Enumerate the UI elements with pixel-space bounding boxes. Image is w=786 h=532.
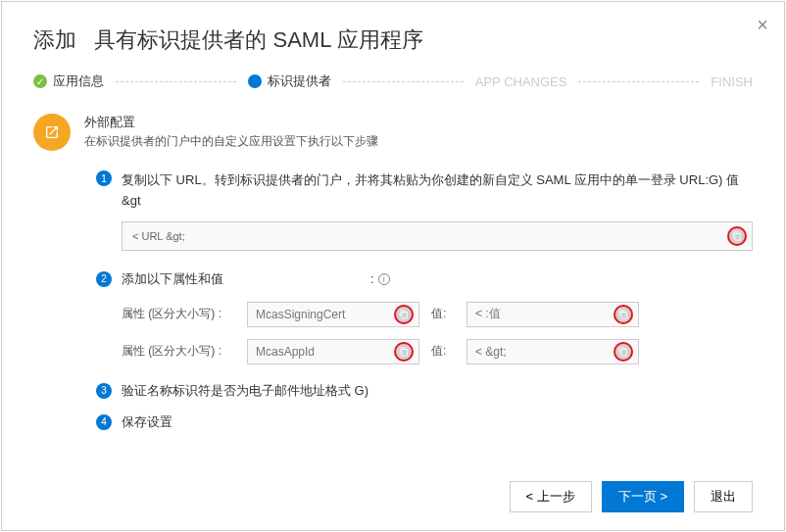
info-icon[interactable]: i (378, 273, 390, 285)
step-3-text: 验证名称标识符是否为电子邮件地址格式 G) (122, 382, 368, 400)
step-divider (116, 81, 236, 82)
instruction-step-2: 2 添加以下属性和值 : i (96, 270, 753, 288)
wizard-modal: × 添加 具有标识提供者的 SAML 应用程序 ✓ 应用信息 标识提供者 APP… (1, 1, 785, 531)
external-title: 外部配置 (84, 114, 378, 131)
step-label: 应用信息 (53, 73, 104, 90)
step-2-colon: : i (370, 271, 390, 286)
attr-value-field (467, 339, 639, 364)
instructions-list: 1 复制以下 URL。转到标识提供者的门户，并将其粘贴为你创建的新自定义 SAM… (33, 170, 753, 431)
step-divider (578, 81, 699, 82)
copy-button[interactable] (614, 342, 633, 362)
copy-button[interactable] (394, 342, 414, 362)
step-identity-provider[interactable]: 标识提供者 (248, 73, 331, 90)
exit-button[interactable]: 退出 (694, 481, 753, 512)
instruction-step-1: 1 复制以下 URL。转到标识提供者的门户，并将其粘贴为你创建的新自定义 SAM… (96, 170, 753, 212)
step-number-badge: 2 (96, 271, 112, 287)
dot-icon (248, 74, 262, 88)
step-app-info[interactable]: ✓ 应用信息 (33, 73, 104, 90)
close-icon[interactable]: × (757, 14, 768, 36)
attr-value-field (467, 302, 639, 327)
step-label: APP CHANGES (475, 74, 567, 89)
attribute-row-2: 属性 (区分大小写) : 值: (122, 339, 753, 364)
next-button[interactable]: 下一页 > (602, 481, 684, 512)
external-config-text: 外部配置 在标识提供者的门户中的自定义应用设置下执行以下步骤 (84, 114, 378, 151)
external-desc: 在标识提供者的门户中的自定义应用设置下执行以下步骤 (84, 133, 378, 150)
previous-button[interactable]: < 上一步 (510, 481, 592, 512)
attr-name-label: 属性 (区分大小写) : (122, 306, 235, 322)
external-config-header: 外部配置 在标识提供者的门户中的自定义应用设置下执行以下步骤 (33, 114, 753, 151)
attribute-row-1: 属性 (区分大小写) : 值: (122, 302, 753, 327)
attr-value-label: 值: (431, 306, 455, 322)
step-number-badge: 4 (96, 414, 112, 430)
attr-name-field (247, 302, 419, 327)
step-app-changes: APP CHANGES (475, 74, 567, 89)
copy-button[interactable] (614, 305, 633, 324)
copy-button[interactable] (727, 226, 747, 246)
wizard-steps: ✓ 应用信息 标识提供者 APP CHANGES FINISH (33, 73, 753, 90)
check-icon: ✓ (33, 74, 47, 88)
step-number-badge: 1 (96, 170, 112, 186)
title-prefix: 添加 (33, 27, 76, 52)
copy-button[interactable] (394, 305, 414, 324)
title-main: 具有标识提供者的 SAML 应用程序 (94, 27, 422, 52)
step-4-text: 保存设置 (122, 413, 172, 431)
instruction-step-4: 4 保存设置 (96, 413, 753, 431)
step-label: 标识提供者 (268, 73, 331, 90)
attr-value-label: 值: (431, 343, 455, 360)
step-label: FINISH (711, 74, 753, 89)
instruction-step-3: 3 验证名称标识符是否为电子邮件地址格式 G) (96, 382, 753, 400)
colon-text: : (370, 271, 374, 286)
footer-buttons: < 上一步 下一页 > 退出 (510, 481, 753, 512)
step-1-text: 复制以下 URL。转到标识提供者的门户，并将其粘贴为你创建的新自定义 SAML … (122, 170, 753, 212)
step-2-text: 添加以下属性和值 (122, 270, 223, 288)
external-link-icon (33, 114, 71, 151)
page-title: 添加 具有标识提供者的 SAML 应用程序 (33, 25, 753, 55)
url-field-container (122, 221, 753, 251)
step-divider (343, 81, 464, 82)
url-input[interactable] (122, 221, 753, 251)
step-number-badge: 3 (96, 383, 112, 399)
attr-name-field (247, 339, 419, 364)
attr-name-label: 属性 (区分大小写) : (122, 343, 235, 360)
step-finish: FINISH (711, 74, 753, 89)
